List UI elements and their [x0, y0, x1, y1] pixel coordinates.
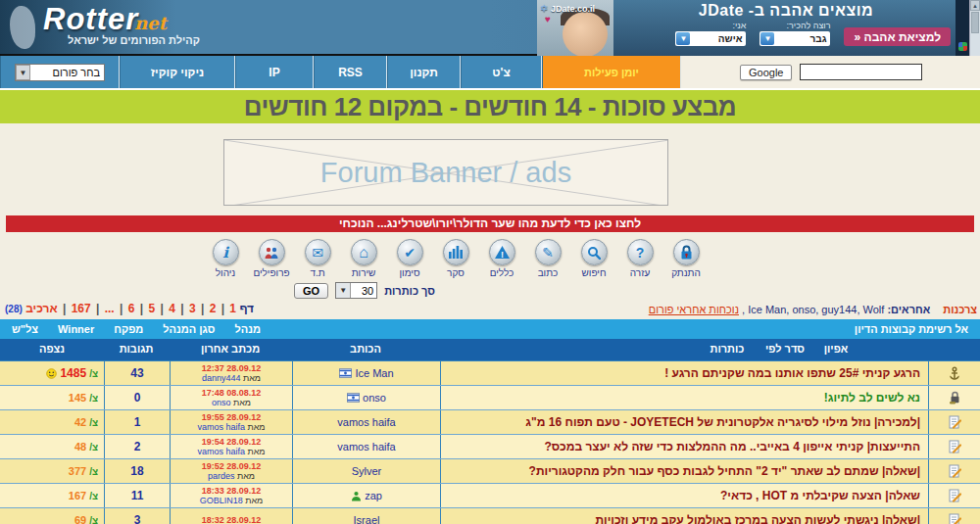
rank-link-4[interactable]: מנהל: [235, 323, 261, 335]
promo-banner[interactable]: מבצע סוכות - 14 חודשים - במקום 12 חודשים: [0, 88, 980, 123]
topic-author[interactable]: Ice Man: [292, 361, 440, 385]
moderator-presence-link[interactable]: נוכחות אחראי פורום: [649, 304, 739, 315]
choose-forum-select[interactable]: ▼ בחר פורום: [15, 64, 105, 81]
rules-icon[interactable]: !: [489, 239, 515, 265]
home-icon[interactable]: ⌂: [351, 239, 377, 265]
note-icon: [928, 410, 980, 434]
nav-item-rss[interactable]: RSS: [314, 56, 387, 88]
replies-count: 0: [104, 386, 170, 409]
jdate-cta-button[interactable]: למציאת אהבה «: [844, 27, 951, 46]
tool-info[interactable]: iניהול: [209, 239, 242, 278]
page-link-...[interactable]: ...: [105, 302, 115, 315]
rank-link-2[interactable]: מפקח: [114, 323, 143, 335]
tool-check[interactable]: ✔סימון: [393, 239, 426, 278]
last-message[interactable]: 18:32 28.09.12: [170, 508, 292, 524]
rank-link-3[interactable]: סגן המנהל: [163, 323, 215, 335]
col-type[interactable]: אפיון: [824, 343, 849, 355]
tool-logout[interactable]: התנתק: [669, 239, 703, 278]
nav-item-chat[interactable]: צ'ט: [461, 56, 542, 88]
page-link-4[interactable]: 4: [169, 302, 175, 315]
chevron-down-icon: ▼: [336, 283, 351, 298]
search-icon[interactable]: [581, 239, 608, 265]
last-message[interactable]: 12:37 28.09.12מאת danny444: [170, 361, 292, 385]
last-message[interactable]: 19:52 28.09.12מאת pardes: [170, 459, 292, 483]
ad-scrollbar[interactable]: ▲: [969, 0, 980, 56]
exchange-rates-ticker[interactable]: לחצו כאן כדי לדעת מהו שער הדולר\יורו\שטר…: [6, 215, 974, 232]
nav-item-ip[interactable]: IP: [235, 56, 314, 88]
tool-profiles[interactable]: פרופילים: [255, 239, 288, 278]
col-author[interactable]: הכותב: [350, 343, 381, 355]
nav-item-rules[interactable]: תקנון: [387, 56, 461, 88]
per-page-select[interactable]: ▼ 30: [335, 282, 377, 299]
page-link-167[interactable]: 167: [72, 302, 91, 315]
tool-mail[interactable]: ✉ת.ד: [301, 239, 334, 278]
rank-link-0[interactable]: צל"ש: [12, 323, 38, 335]
topic-title[interactable]: |למכירה| נוזל מילוי לסיגריה אלקטרונית של…: [440, 410, 928, 434]
lock-icon: [928, 386, 980, 409]
jdate-me-field: אני: אישה ▼: [675, 21, 746, 46]
page-link-1[interactable]: 1: [229, 302, 236, 315]
last-message[interactable]: 19:55 28.09.12מאת vamos haifa: [170, 410, 292, 434]
scrollbar-thumb[interactable]: [971, 12, 979, 33]
topic-author[interactable]: Sylver: [292, 459, 440, 483]
tool-help[interactable]: ?עזרה: [623, 239, 657, 278]
col-replies[interactable]: תגובות: [120, 343, 154, 355]
go-button[interactable]: GO: [294, 283, 328, 299]
logout-icon[interactable]: [673, 239, 700, 265]
mail-icon[interactable]: ✉: [305, 239, 331, 265]
tool-write[interactable]: ✎כתוב: [531, 239, 564, 278]
topic-title[interactable]: נא לשים לב לתיוג!: [440, 386, 928, 409]
tool-poll[interactable]: סקר: [439, 239, 472, 278]
write-icon[interactable]: ✎: [535, 239, 562, 265]
topic-title[interactable]: התייעצות| קניתי אייפון 4 באייבי.. מה ההמ…: [440, 435, 928, 458]
topic-title[interactable]: הרגע קניתי 25# שתפו אותנו במה שקניתם הרג…: [440, 361, 928, 385]
rotter-logo[interactable]: Rotternet קהילת הפורומים של ישראל: [10, 2, 235, 46]
nav-item-activity-log[interactable]: יומן פעילות: [542, 56, 681, 88]
topic-author[interactable]: Israel: [292, 508, 440, 524]
tool-rules[interactable]: !כללים: [485, 239, 518, 278]
messenger-icon[interactable]: [958, 42, 967, 51]
topic-title[interactable]: |שאלה| ניגשתי לעשות הצעה במרכז באולמול ע…: [440, 508, 928, 524]
topic-author[interactable]: vamos haifa: [292, 435, 440, 458]
col-titles[interactable]: כותרות: [710, 343, 745, 355]
help-icon[interactable]: ?: [627, 239, 654, 265]
topic-author[interactable]: zap: [292, 484, 440, 507]
tool-label: ניהול: [216, 267, 236, 278]
views-count: 1485 /צ: [0, 361, 104, 385]
jdate-me-select[interactable]: אישה ▼: [675, 31, 746, 46]
nav-item-clear-cookies[interactable]: ניקוי קוקיז: [120, 56, 235, 88]
topic-title[interactable]: שאלה| הצעה שקיבלתי מ HOT , כדאי?: [440, 484, 928, 507]
google-search-input[interactable]: [800, 64, 922, 80]
col-last[interactable]: מכתב אחרון: [201, 343, 260, 355]
col-viewed[interactable]: נצפה: [39, 343, 65, 355]
google-search-button[interactable]: Google: [740, 65, 792, 80]
topic-row: התייעצות| קניתי אייפון 4 באייבי.. מה ההמ…: [0, 435, 980, 459]
check-icon[interactable]: ✔: [397, 239, 423, 265]
jdate-ad-headline: מוצאים אהבה ב- JDate: [621, 2, 951, 20]
tool-search[interactable]: חיפוש: [577, 239, 611, 278]
tool-home[interactable]: ⌂שירות: [347, 239, 380, 278]
profiles-icon[interactable]: [259, 239, 285, 265]
last-message[interactable]: 17:48 08.08.12מאת onso: [170, 386, 292, 409]
forum-ad-placeholder[interactable]: Forum Banner / ads: [223, 139, 668, 206]
info-icon[interactable]: i: [213, 239, 239, 265]
groups-list-link[interactable]: אל רשימת קבוצות הדיון: [855, 323, 968, 335]
topic-author[interactable]: vamos haifa: [292, 410, 440, 434]
last-message[interactable]: 19:54 28.09.12מאת vamos haifa: [170, 435, 292, 458]
page-link-3[interactable]: 3: [189, 302, 196, 315]
jdate-want-select[interactable]: גבר ▼: [760, 31, 830, 46]
views-count: 42 /צ: [0, 410, 104, 434]
jdate-ad-banner[interactable]: מוצאים אהבה ב- JDate למציאת אהבה « רוצה …: [537, 0, 958, 56]
moderators-separator: ,: [742, 304, 745, 315]
last-message[interactable]: 18:33 28.09.12מאת GOBLIN18: [170, 484, 292, 507]
scroll-up-icon[interactable]: ▲: [970, 0, 980, 11]
replies-count: 11: [104, 484, 170, 507]
poll-icon[interactable]: [443, 239, 469, 265]
archive-link[interactable]: ארכיב: [25, 302, 57, 315]
topic-title[interactable]: |שאלה| שמתם לב שאתר "יד 2" התחיל לגבות כ…: [440, 459, 928, 483]
topic-author[interactable]: onso: [292, 386, 440, 409]
jdate-photo: ✡ JDate.co.il ♥: [537, 0, 613, 56]
rank-link-1[interactable]: Winner: [58, 323, 94, 335]
note-icon: [928, 484, 980, 507]
tool-label: כתוב: [538, 267, 559, 278]
